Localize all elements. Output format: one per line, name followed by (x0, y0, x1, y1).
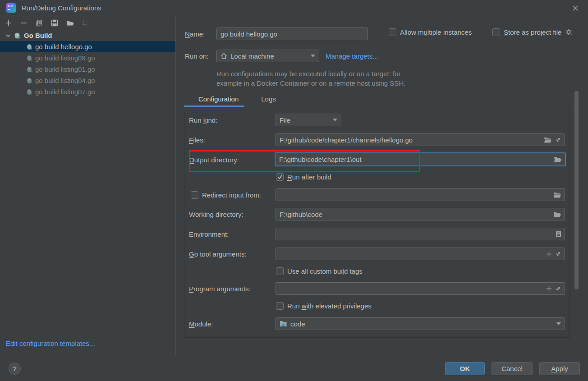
environment-variables-icon[interactable] (556, 231, 561, 238)
output-directory-field[interactable] (275, 152, 566, 166)
browse-folder-icon[interactable] (554, 156, 562, 163)
module-label: Module: (189, 320, 213, 328)
tree-item-listing07[interactable]: go build listing07.go (0, 86, 175, 97)
allow-multiple-instances-label: Allow multiple instances (400, 28, 472, 36)
close-icon[interactable] (571, 4, 580, 13)
tree-item-hellogo[interactable]: go build hellogo.go (0, 41, 175, 52)
run-on-description: Run configurations may be executed local… (216, 69, 428, 88)
output-directory-input[interactable] (276, 156, 554, 163)
go-build-icon (14, 32, 21, 39)
title-bar: GO Run/Debug Configurations (0, 0, 588, 16)
cancel-button[interactable]: Cancel (492, 362, 533, 375)
output-directory-label: Output directory: (189, 156, 239, 164)
name-label: Name: (185, 30, 205, 38)
browse-folder-icon[interactable] (553, 211, 561, 218)
environment-field[interactable] (276, 228, 565, 240)
chevron-down-icon[interactable] (5, 32, 12, 39)
run-on-select[interactable]: Local machine (216, 50, 319, 62)
store-as-project-file-label: Store as project file (504, 28, 561, 36)
program-arguments-input[interactable] (276, 285, 546, 293)
tree-item-listing04[interactable]: go build listing04.go (0, 75, 175, 86)
home-icon (220, 53, 227, 60)
help-button[interactable]: ? (9, 363, 21, 375)
go-tool-arguments-field[interactable] (276, 248, 565, 260)
allow-multiple-instances-checkbox-row[interactable]: Allow multiple instances (389, 28, 472, 36)
redirect-input-field[interactable] (276, 188, 565, 201)
vertical-scrollbar[interactable] (574, 91, 579, 289)
window-title: Run/Debug Configurations (22, 4, 101, 12)
browse-folder-icon[interactable] (544, 137, 552, 143)
files-field[interactable] (276, 133, 565, 146)
working-directory-input[interactable] (276, 211, 553, 218)
allow-multiple-instances-checkbox[interactable] (389, 28, 396, 36)
apply-button[interactable]: Apply (539, 362, 580, 375)
edit-configuration-templates-link[interactable]: Edit configuration templates... (6, 340, 95, 347)
working-directory-field[interactable] (276, 208, 565, 220)
run-debug-configurations-dialog: GO Run/Debug Configurations az (0, 0, 588, 381)
name-field[interactable] (216, 28, 368, 40)
use-custom-build-tags-checkbox-row[interactable]: Use all custom build tags (276, 267, 363, 275)
new-folder-icon[interactable] (66, 19, 74, 27)
tree-item-listing01[interactable]: go build listing01.go (0, 64, 175, 75)
module-select[interactable]: code (276, 317, 565, 330)
files-input[interactable] (276, 136, 544, 144)
redirect-input-checkbox-row[interactable]: Redirect input from: (191, 191, 261, 199)
run-after-build-checkbox[interactable] (276, 173, 284, 181)
run-on-label: Run on: (185, 52, 209, 60)
run-kind-select[interactable]: File (276, 114, 341, 126)
program-arguments-field[interactable] (276, 282, 565, 295)
save-configuration-icon[interactable] (51, 19, 59, 27)
expand-field-icon[interactable] (555, 251, 561, 257)
tree-item-listing09[interactable]: go build listing09.go (0, 52, 175, 64)
elevated-privileges-checkbox[interactable] (276, 302, 284, 310)
copy-configuration-icon[interactable] (35, 19, 43, 27)
tab-logs[interactable]: Logs (247, 92, 284, 107)
environment-input[interactable] (276, 230, 556, 238)
add-icon[interactable] (546, 286, 552, 292)
program-arguments-label: Program arguments: (189, 285, 251, 293)
expand-field-icon[interactable] (555, 137, 561, 143)
svg-text:z: z (86, 23, 87, 26)
redirect-input-checkbox[interactable] (191, 191, 198, 199)
go-file-icon (26, 77, 33, 84)
go-tool-arguments-label: Go tool arguments: (189, 250, 247, 258)
store-as-project-file-checkbox-row[interactable]: Store as project file (492, 28, 573, 36)
remove-configuration-icon[interactable] (20, 19, 28, 27)
tree-item-label: go build listing04.go (35, 77, 95, 84)
browse-folder-icon[interactable] (553, 192, 561, 198)
go-file-icon (26, 43, 33, 50)
run-after-build-label: Run after build (287, 173, 331, 181)
store-as-project-file-checkbox[interactable] (492, 28, 500, 36)
configurations-toolbar: az (0, 17, 175, 29)
tree-item-label: go build listing09.go (35, 54, 95, 62)
go-tool-arguments-input[interactable] (276, 250, 546, 258)
tree-node-label: Go Build (24, 32, 52, 39)
environment-label: Environment: (189, 230, 229, 238)
svg-text:a: a (86, 20, 87, 23)
tree-node-go-build[interactable]: Go Build (0, 30, 175, 41)
add-configuration-icon[interactable] (5, 19, 13, 27)
chevron-down-icon (311, 55, 315, 57)
panel-divider (175, 17, 176, 356)
redirect-input-input[interactable] (276, 191, 553, 199)
gear-icon[interactable] (565, 28, 573, 36)
sort-alphabetically-icon: az (81, 19, 89, 27)
run-after-build-checkbox-row[interactable]: Run after build (276, 173, 331, 181)
goland-logo-icon: GO (6, 3, 16, 13)
name-input[interactable] (217, 30, 368, 38)
ok-button[interactable]: OK (445, 362, 485, 375)
manage-targets-link[interactable]: Manage targets... (326, 52, 378, 60)
expand-field-icon[interactable] (555, 285, 561, 292)
add-icon[interactable] (546, 251, 552, 257)
go-file-icon (26, 66, 33, 73)
run-on-value: Local machine (230, 52, 307, 60)
tree-item-label: go build listing07.go (35, 88, 95, 96)
use-custom-build-tags-checkbox[interactable] (276, 267, 284, 275)
elevated-privileges-checkbox-row[interactable]: Run with elevated privileges (276, 302, 372, 310)
dialog-button-bar: ? OK Cancel Apply (0, 356, 588, 381)
go-file-icon (26, 88, 33, 96)
tree-item-label: go build hellogo.go (35, 43, 92, 50)
use-custom-build-tags-label: Use all custom build tags (287, 267, 363, 275)
configurations-tree: Go Build go build hellogo.go go build li… (0, 30, 175, 97)
go-file-icon (26, 55, 33, 62)
